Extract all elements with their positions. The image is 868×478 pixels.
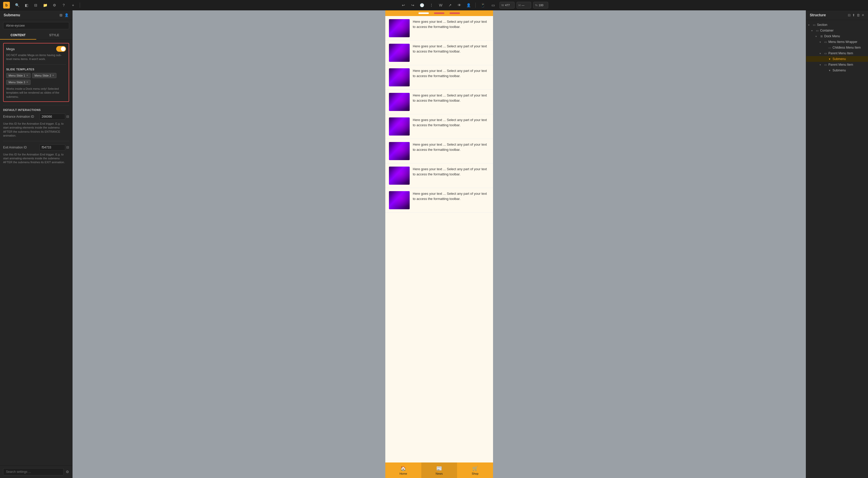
structure-icon-1[interactable]: ⊟: [848, 13, 851, 17]
exit-field-row: Exit Animation ID ⊟: [3, 144, 69, 150]
tree-item-parent-menu-item-1[interactable]: ▾ ▭ Parent Menu Item: [806, 50, 868, 56]
mega-settings-box: Mega DO NOT enable Mega on items having …: [3, 43, 69, 102]
tree-label-container: Container: [820, 29, 866, 32]
device-mobile-btn[interactable]: 📱: [479, 2, 487, 9]
panel-content: Mega DO NOT enable Mega on items having …: [0, 40, 72, 465]
content-text: Here goes your text ... Select any part …: [413, 68, 489, 78]
layers-panel-icon[interactable]: ⋮: [428, 2, 435, 9]
news-icon: 📰: [436, 466, 442, 471]
structure-icon-2[interactable]: ⬆: [852, 13, 855, 17]
slide-templates-title: SLIDE TEMPLATES: [6, 68, 66, 71]
content-item: Here goes your text ... Select any part …: [385, 16, 493, 41]
nav-item-news[interactable]: 📰 News: [421, 463, 457, 478]
top-dot-3: [450, 12, 460, 14]
collaboration-icon[interactable]: 👤: [465, 2, 472, 9]
right-panel: Structure ⊟ ⬆ 🗑 ✕ ▾ ▭ Section ▾ ▭ Contai…: [806, 10, 868, 478]
container-icon: ▭: [815, 29, 819, 32]
nav-item-home[interactable]: 🏠 Home: [385, 463, 421, 478]
zoom-label: %: [535, 4, 537, 7]
layers-icon[interactable]: ◧: [23, 2, 30, 9]
templates-icon[interactable]: ⊟: [32, 2, 39, 9]
top-dot-1: [418, 12, 429, 14]
tag-slide-2[interactable]: Menu Slide 2 ✕: [32, 73, 57, 78]
exit-input[interactable]: [39, 144, 65, 150]
exit-copy-btn[interactable]: ⊟: [66, 145, 69, 149]
entrance-input[interactable]: [39, 113, 65, 120]
tree-item-childless-menu-item[interactable]: ▾ — Childless Menu Item: [806, 45, 868, 50]
wordpress-icon[interactable]: W: [437, 2, 444, 9]
main-layout: Submenu ⊟ 👤 CONTENT STYLE Mega DO NOT en…: [0, 10, 868, 478]
mega-toggle[interactable]: [56, 46, 66, 52]
settings-icon[interactable]: ⚙: [51, 2, 58, 9]
chevron-icon: ▾: [819, 52, 823, 55]
undo-icon[interactable]: ↩: [400, 2, 407, 9]
entrance-field-row: Entrance Animation ID ⊟: [3, 113, 69, 120]
divider-1: [6, 64, 66, 65]
panel-icon-1[interactable]: ⊟: [60, 13, 62, 17]
exit-label: Exit Animation ID: [3, 146, 27, 149]
tag-remove-2[interactable]: ✕: [52, 74, 54, 77]
nav-label-shop: Shop: [472, 472, 478, 475]
tag-slide-1[interactable]: Menu Slide 1 ✕: [6, 73, 31, 78]
tag-remove-1[interactable]: ✕: [26, 74, 28, 77]
panel-icon-2[interactable]: 👤: [64, 13, 69, 17]
childless-menu-item-icon: —: [828, 46, 832, 49]
search-settings-input[interactable]: [3, 468, 64, 475]
tag-remove-3[interactable]: ✕: [26, 81, 28, 83]
tree-item-submenu-2[interactable]: ▾ ▾ Submenu: [806, 68, 868, 73]
search-icon[interactable]: 🔍: [13, 2, 21, 9]
tree-item-submenu-1[interactable]: ▾ ▾ Submenu: [806, 56, 868, 62]
redo-icon[interactable]: ↪: [409, 2, 416, 9]
chevron-icon: ▾: [811, 29, 814, 32]
content-item: Here goes your text ... Select any part …: [385, 188, 493, 213]
tree-item-parent-menu-item-2[interactable]: ▾ ▭ Parent Menu Item: [806, 62, 868, 68]
slide-template-tags: Menu Slide 1 ✕ Menu Slide 2 ✕ Menu Slide…: [6, 73, 66, 85]
tree-label-childless-menu-item: Childless Menu Item: [833, 46, 866, 49]
tree-item-menu-items-wrapper[interactable]: ▾ ▭ Menu Items Wrapper: [806, 39, 868, 45]
tree-label-parent-menu-item-1: Parent Menu Item: [828, 52, 866, 55]
toolbar-center: ↩ ↪ 🕐 ⋮ W ↗ 👁 👤 📱 ▭ W 477 H — % 100: [83, 2, 865, 9]
parent-menu-item-icon-2: ▭: [824, 63, 827, 66]
structure-icon-3[interactable]: 🗑: [857, 13, 860, 17]
nav-item-shop[interactable]: 🛒 Shop: [457, 463, 493, 478]
tree-item-container[interactable]: ▾ ▭ Container: [806, 28, 868, 33]
folder-icon[interactable]: 📁: [41, 2, 49, 9]
tag-label-2: Menu Slide 2: [34, 74, 51, 77]
help-icon[interactable]: ?: [60, 2, 67, 9]
height-input-group: H —: [517, 2, 531, 8]
panel-title: Submenu: [4, 13, 20, 17]
device-tablet-btn[interactable]: ▭: [489, 2, 497, 9]
divider-2: [3, 105, 69, 105]
external-icon[interactable]: ↗: [446, 2, 454, 9]
nav-label-news: News: [436, 472, 443, 475]
home-icon: 🏠: [400, 466, 406, 471]
content-item: Here goes your text ... Select any part …: [385, 164, 493, 188]
submenu-icon-2: ▾: [828, 69, 832, 72]
tree-item-section[interactable]: ▾ ▭ Section: [806, 22, 868, 28]
mobile-content[interactable]: Here goes your text ... Select any part …: [385, 16, 493, 463]
content-text: Here goes your text ... Select any part …: [413, 117, 489, 128]
exit-input-wrap: ⊟: [39, 144, 69, 150]
tab-content[interactable]: CONTENT: [0, 31, 36, 40]
add-icon[interactable]: +: [69, 2, 76, 9]
tag-slide-3[interactable]: Menu Slide 3 ✕: [6, 80, 31, 85]
zoom-value: 100: [538, 4, 547, 7]
content-item: Here goes your text ... Select any part …: [385, 65, 493, 90]
content-text: Here goes your text ... Select any part …: [413, 19, 489, 29]
content-thumbnail: [389, 93, 410, 111]
element-id-input[interactable]: [3, 22, 69, 29]
tree-item-dock-menu[interactable]: ▾ ⊞ Dock Menu: [806, 33, 868, 39]
structure-tree: ▾ ▭ Section ▾ ▭ Container ▾ ⊞ Dock Menu …: [806, 20, 868, 478]
tag-label-3: Menu Slide 3: [8, 81, 25, 84]
history-icon[interactable]: 🕐: [418, 2, 426, 9]
tab-style[interactable]: STYLE: [36, 31, 72, 40]
content-text: Here goes your text ... Select any part …: [413, 93, 489, 103]
structure-icon-4[interactable]: ✕: [862, 13, 864, 17]
settings-gear-icon[interactable]: ⚙: [66, 470, 69, 474]
tree-label-parent-menu-item-2: Parent Menu Item: [828, 63, 866, 66]
entrance-copy-btn[interactable]: ⊟: [66, 114, 69, 118]
content-item: Here goes your text ... Select any part …: [385, 139, 493, 164]
canvas-area: Here goes your text ... Select any part …: [72, 10, 806, 478]
tag-label-1: Menu Slide 1: [8, 74, 25, 77]
preview-icon[interactable]: 👁: [456, 2, 463, 9]
